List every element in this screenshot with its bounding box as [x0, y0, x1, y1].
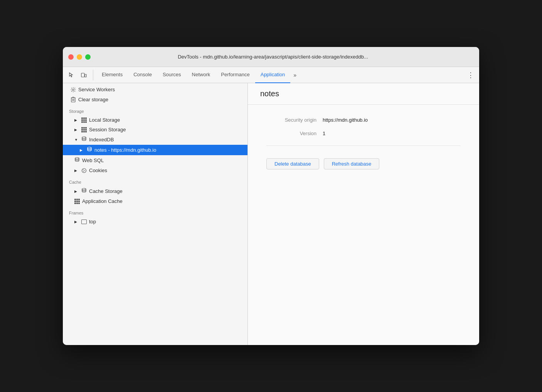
- cursor-icon: [68, 72, 74, 78]
- sidebar-item-clear-storage[interactable]: Clear storage: [63, 94, 247, 104]
- version-row: Version 1: [266, 131, 461, 136]
- cookie-icon: [81, 168, 87, 173]
- security-origin-label: Security origin: [266, 117, 316, 123]
- cache-section-label: Cache: [63, 175, 247, 186]
- grid-icon: [81, 117, 87, 123]
- tab-elements[interactable]: Elements: [96, 67, 128, 83]
- grid-icon-appcache: [74, 199, 80, 204]
- svg-point-9: [75, 157, 79, 159]
- db-icon-websql: [74, 157, 80, 164]
- minimize-button[interactable]: [77, 54, 82, 60]
- local-storage-label: Local Storage: [89, 117, 120, 123]
- frames-section-label: Frames: [63, 206, 247, 217]
- svg-point-12: [84, 170, 85, 171]
- security-origin-value: https://mdn.github.io: [323, 117, 368, 123]
- grid-icon: [81, 127, 87, 132]
- tab-console[interactable]: Console: [128, 67, 157, 83]
- application-cache-label: Application Cache: [82, 198, 123, 204]
- svg-point-8: [88, 147, 91, 149]
- websql-label: Web SQL: [82, 157, 104, 163]
- toolbar-icons: [66, 70, 93, 80]
- chevron-right-icon: ▶: [74, 169, 79, 173]
- clear-storage-label: Clear storage: [78, 97, 108, 102]
- refresh-database-button[interactable]: Refresh database: [324, 158, 380, 169]
- inspect-element-button[interactable]: [66, 70, 77, 80]
- tab-application[interactable]: Application: [255, 67, 291, 83]
- sidebar-item-cookies[interactable]: ▶ Cookies: [63, 166, 247, 175]
- svg-point-10: [82, 168, 86, 173]
- window-title: DevTools - mdn.github.io/learning-area/j…: [95, 54, 451, 60]
- svg-rect-1: [85, 74, 86, 77]
- sidebar-item-notes-db[interactable]: ▶ notes - https://mdn.github.io: [63, 145, 247, 155]
- db-icon-cache: [81, 188, 87, 194]
- version-label: Version: [266, 131, 316, 136]
- title-bar: DevTools - mdn.github.io/learning-area/j…: [63, 47, 479, 67]
- sidebar-item-top-frame[interactable]: ▶ top: [63, 217, 247, 226]
- sidebar: Service Workers Clear storage S: [63, 83, 248, 345]
- sidebar-item-websql[interactable]: Web SQL: [63, 155, 247, 166]
- more-tabs-button[interactable]: »: [290, 67, 300, 83]
- sidebar-item-local-storage[interactable]: ▶ Local Storage: [63, 115, 247, 125]
- svg-point-13: [83, 171, 84, 172]
- sidebar-item-cache-storage[interactable]: ▶ Cache Storage: [63, 186, 247, 196]
- svg-point-2: [72, 89, 74, 90]
- maximize-button[interactable]: [85, 54, 91, 60]
- top-frame-label: top: [89, 219, 96, 224]
- session-storage-label: Session Storage: [89, 127, 126, 132]
- chevron-right-icon: ▶: [74, 128, 79, 132]
- trash-icon: [71, 96, 76, 102]
- indexeddb-label: IndexedDB: [89, 137, 114, 142]
- close-button[interactable]: [68, 54, 74, 60]
- device-toggle-button[interactable]: [78, 70, 89, 80]
- notes-db-label: notes - https://mdn.github.io: [94, 147, 156, 153]
- chevron-right-icon: ▶: [74, 189, 79, 193]
- frame-icon: [81, 219, 87, 224]
- panel-body: Security origin https://mdn.github.io Ve…: [248, 105, 479, 182]
- divider: [266, 146, 461, 146]
- svg-point-14: [82, 188, 86, 190]
- devtools-menu-button[interactable]: ⋮: [465, 70, 476, 80]
- chevron-down-icon: ▼: [74, 138, 79, 142]
- sidebar-item-service-workers[interactable]: Service Workers: [63, 85, 247, 94]
- main-content: Service Workers Clear storage S: [63, 83, 479, 345]
- chevron-right-icon: ▶: [80, 148, 84, 152]
- sidebar-item-session-storage[interactable]: ▶ Session Storage: [63, 125, 247, 134]
- cache-storage-label: Cache Storage: [89, 188, 123, 194]
- svg-point-11: [83, 169, 84, 170]
- chevron-right-icon: ▶: [74, 118, 79, 122]
- storage-section-label: Storage: [63, 104, 247, 115]
- toolbar: Elements Console Sources Network Perform…: [63, 67, 479, 83]
- devtools-window: DevTools - mdn.github.io/learning-area/j…: [63, 47, 479, 345]
- device-icon: [81, 72, 87, 78]
- gear-icon: [71, 87, 76, 92]
- panel-title: notes: [248, 83, 479, 105]
- db-icon-active: [87, 147, 92, 153]
- delete-database-button[interactable]: Delete database: [266, 158, 319, 169]
- tabs-container: Elements Console Sources Network Perform…: [96, 67, 465, 83]
- sidebar-item-indexeddb[interactable]: ▼ IndexedDB: [63, 134, 247, 145]
- chevron-right-icon: ▶: [74, 220, 79, 224]
- tab-network[interactable]: Network: [187, 67, 216, 83]
- security-origin-row: Security origin https://mdn.github.io: [266, 117, 461, 123]
- tab-sources[interactable]: Sources: [157, 67, 187, 83]
- service-workers-label: Service Workers: [78, 87, 115, 92]
- traffic-lights: [68, 54, 91, 60]
- svg-point-7: [82, 137, 86, 138]
- cookies-label: Cookies: [89, 168, 107, 173]
- tab-performance[interactable]: Performance: [215, 67, 255, 83]
- svg-rect-0: [81, 73, 84, 77]
- actions-container: Delete database Refresh database: [266, 158, 461, 169]
- sidebar-item-application-cache[interactable]: Application Cache: [63, 196, 247, 206]
- version-value: 1: [323, 131, 325, 136]
- panel: notes Security origin https://mdn.github…: [248, 83, 479, 345]
- db-icon: [81, 136, 87, 143]
